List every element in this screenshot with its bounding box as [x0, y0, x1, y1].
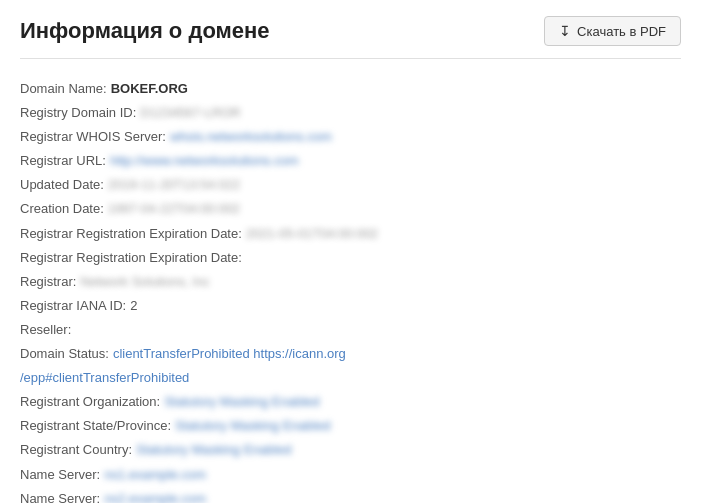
table-row: Name Server: ns2.example.com: [20, 487, 681, 503]
domain-name-label: Domain Name:: [20, 78, 107, 100]
registry-id-label: Registry Domain ID:: [20, 102, 136, 124]
table-row: Registrar Registration Expiration Date: …: [20, 222, 681, 246]
updated-date-label: Updated Date:: [20, 174, 104, 196]
table-row: Name Server: ns1.example.com: [20, 463, 681, 487]
domain-status-value: clientTransferProhibited https://icann.o…: [113, 343, 346, 365]
name-server2-label: Name Server:: [20, 488, 100, 503]
table-row: Domain Status: clientTransferProhibited …: [20, 342, 681, 366]
expiration-date-value1: 2021-05-01T04:00:002: [246, 223, 378, 245]
table-row: Registrar Registration Expiration Date:: [20, 246, 681, 270]
registrar-value: Network Solutions, Inc: [80, 271, 209, 293]
updated-date-value: 2019-11-20T13:54:022: [108, 174, 240, 196]
table-row: Updated Date: 2019-11-20T13:54:022: [20, 173, 681, 197]
table-row: Domain Name: BOKEF.ORG: [20, 77, 681, 101]
table-row: Registrar IANA ID: 2: [20, 294, 681, 318]
iana-value: 2: [130, 295, 137, 317]
expiration-date-label1: Registrar Registration Expiration Date:: [20, 223, 242, 245]
registrant-org-label: Registrant Organization:: [20, 391, 160, 413]
table-row: Registrant Organization: Statutory Maski…: [20, 390, 681, 414]
table-row: Registrar URL: http://www.networksolutio…: [20, 149, 681, 173]
creation-date-label: Creation Date:: [20, 198, 104, 220]
creation-date-value: 1997-04-22T04:00:002: [108, 198, 240, 220]
table-row: /epp#clientTransferProhibited: [20, 366, 681, 390]
expiration-date-label2: Registrar Registration Expiration Date:: [20, 247, 242, 269]
registry-id-value: D1234567-LROR: [140, 102, 240, 124]
table-row: Registrant State/Province: Statutory Mas…: [20, 414, 681, 438]
table-row: Registry Domain ID: D1234567-LROR: [20, 101, 681, 125]
registrant-org-value: Statutory Masking Enabled: [164, 391, 319, 413]
registrant-country-value: Statutory Masking Enabled: [136, 439, 291, 461]
name-server1-label: Name Server:: [20, 464, 100, 486]
registrar-url-value: http://www.networksolutions.com: [110, 150, 299, 172]
registrant-country-label: Registrant Country:: [20, 439, 132, 461]
name-server1-value: ns1.example.com: [104, 464, 206, 486]
registrant-state-label: Registrant State/Province:: [20, 415, 171, 437]
table-row: Registrant Country: Statutory Masking En…: [20, 438, 681, 462]
registrant-state-value: Statutory Masking Enabled: [175, 415, 330, 437]
table-row: Reseller:: [20, 318, 681, 342]
table-row: Creation Date: 1997-04-22T04:00:002: [20, 197, 681, 221]
registrar-whois-value: whois.networksolutions.com: [170, 126, 332, 148]
domain-name-value: BOKEF.ORG: [111, 78, 188, 100]
registrar-label: Registrar:: [20, 271, 76, 293]
name-server2-value: ns2.example.com: [104, 488, 206, 503]
domain-status-label: Domain Status:: [20, 343, 109, 365]
registrar-url-label: Registrar URL:: [20, 150, 106, 172]
domain-status-value2: /epp#clientTransferProhibited: [20, 367, 189, 389]
whois-info: Domain Name: BOKEF.ORG Registry Domain I…: [20, 77, 681, 503]
table-row: Registrar: Network Solutions, Inc: [20, 270, 681, 294]
download-pdf-button[interactable]: ↧ Скачать в PDF: [544, 16, 681, 46]
page-title: Информация о домене: [20, 18, 270, 44]
download-icon: ↧: [559, 23, 571, 39]
table-row: Registrar WHOIS Server: whois.networksol…: [20, 125, 681, 149]
iana-label: Registrar IANA ID:: [20, 295, 126, 317]
reseller-label: Reseller:: [20, 319, 71, 341]
download-button-label: Скачать в PDF: [577, 24, 666, 39]
registrar-whois-label: Registrar WHOIS Server:: [20, 126, 166, 148]
